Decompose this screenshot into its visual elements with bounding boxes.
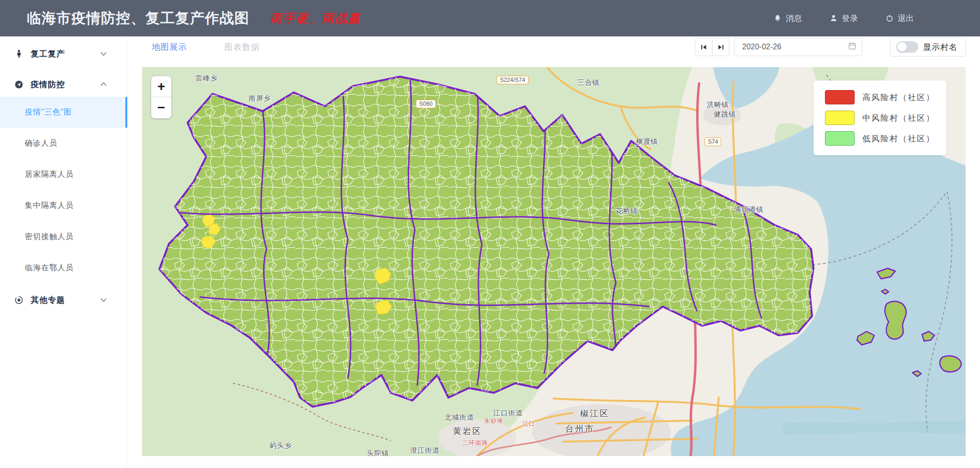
- page-title: 临海市疫情防控、复工复产作战图: [27, 9, 249, 28]
- chevron-up-icon: [100, 82, 107, 88]
- app-header: 临海市疫情防控、复工复产作战图 两手硬、两战赢 消息 登录 退出: [0, 0, 980, 36]
- map-road-label: 朱砂堆: [484, 417, 504, 425]
- map-place-label: 浦坝港镇: [734, 205, 764, 214]
- skip-previous-icon: [700, 44, 707, 51]
- login-label: 登录: [842, 13, 858, 24]
- sidebar-group-label: 疫情防控: [31, 79, 65, 90]
- date-input[interactable]: [735, 38, 862, 56]
- logout-button[interactable]: 退出: [886, 13, 914, 24]
- map-place-label: 雷峰乡: [196, 74, 218, 83]
- sidebar-group-label: 复工复产: [31, 48, 65, 59]
- messages-button[interactable]: 消息: [774, 13, 802, 24]
- high-risk-swatch: [825, 90, 855, 104]
- user-icon: [830, 14, 837, 22]
- show-village-names-toggle[interactable]: 显示村名: [890, 37, 966, 57]
- skip-next-icon: [717, 44, 724, 51]
- map-place-label: 三合镇: [578, 78, 600, 87]
- toggle-label: 显示村名: [923, 42, 958, 53]
- sidebar-item-close-contacts[interactable]: 密切接触人员: [0, 221, 127, 252]
- sidebar-item-three-color-map[interactable]: 疫情"三色"图: [0, 97, 127, 128]
- bell-icon: [774, 14, 781, 22]
- main-content: 地图展示 图表数据: [128, 36, 980, 468]
- map-road-label: 江口: [523, 420, 535, 428]
- toolbar-controls: 显示村名: [695, 37, 966, 57]
- power-icon: [886, 14, 893, 22]
- map-place-label: 健跳镇: [714, 110, 736, 119]
- map-place-label: 北城街道: [445, 413, 474, 422]
- map-zoom-control: + −: [151, 76, 172, 119]
- zoom-in-button[interactable]: +: [151, 76, 171, 97]
- sidebar-group-epidemic-control[interactable]: 疫情防控: [0, 72, 127, 97]
- low-risk-swatch: [825, 131, 855, 146]
- map-place-label: 屿头乡: [270, 441, 292, 450]
- map-place-label: 头陀镇: [367, 449, 390, 457]
- road-shield: S74: [704, 137, 721, 146]
- login-button[interactable]: 登录: [830, 13, 858, 24]
- tab-map-view[interactable]: 地图展示: [152, 41, 187, 53]
- map-place-label: 江口街道: [493, 409, 523, 418]
- worker-icon: [14, 49, 23, 58]
- sidebar: 复工复产 疫情防控 疫情"三色"图 确诊人员 居家隔离人员 集中隔离人员 密切接…: [0, 36, 127, 468]
- map-place-label: 横渡镇: [636, 137, 658, 146]
- sidebar-item-confirmed-cases[interactable]: 确诊人员: [0, 128, 127, 159]
- sidebar-group-resume-work[interactable]: 复工复产: [0, 41, 127, 66]
- legend-row-mid-risk: 中风险村（社区）: [825, 111, 935, 125]
- legend-row-high-risk: 高风险村（社区）: [825, 90, 935, 104]
- road-shield: S060: [416, 100, 436, 108]
- target-icon: [14, 296, 23, 304]
- map-road-label: 二环南路: [462, 439, 488, 447]
- next-day-button[interactable]: [712, 38, 729, 56]
- sidebar-submenu: 疫情"三色"图 确诊人员 居家隔离人员 集中隔离人员 密切接触人员 临海在鄂人员: [0, 97, 127, 284]
- prev-day-button[interactable]: [695, 38, 712, 56]
- risk-legend: 高风险村（社区） 中风险村（社区） 低风险村（社区）: [813, 80, 947, 155]
- navigation-icon: [14, 80, 23, 89]
- risk-map[interactable]: + − 高风险村（社区） 中风险村（社区） 低风险村（社区） 雷: [142, 67, 966, 456]
- tab-chart-data[interactable]: 图表数据: [224, 41, 260, 53]
- mid-risk-swatch: [825, 111, 855, 125]
- sidebar-item-linhai-in-hubei[interactable]: 临海在鄂人员: [0, 252, 127, 284]
- chevron-down-icon: [100, 296, 107, 302]
- date-pager: [695, 38, 729, 56]
- map-place-label: 台州市: [565, 423, 595, 434]
- map-place-label: 洪畴镇: [707, 100, 729, 109]
- header-slogan: 两手硬、两战赢: [270, 11, 361, 26]
- map-place-label: 黄岩区: [453, 425, 482, 437]
- chevron-down-icon: [100, 50, 107, 56]
- map-place-label: 南屏乡: [249, 94, 271, 103]
- zoom-out-button[interactable]: −: [151, 97, 171, 118]
- road-shield: S224/S74: [497, 76, 529, 84]
- map-place-label: 花桥镇: [616, 206, 638, 216]
- calendar-icon: [848, 42, 856, 52]
- toggle-switch-icon[interactable]: [896, 41, 918, 53]
- sidebar-group-label: 其他专题: [31, 295, 65, 306]
- sidebar-item-home-quarantine[interactable]: 居家隔离人员: [0, 159, 127, 190]
- messages-label: 消息: [786, 13, 802, 24]
- topbar: 地图展示 图表数据: [128, 36, 980, 57]
- sidebar-item-central-quarantine[interactable]: 集中隔离人员: [0, 190, 127, 221]
- map-place-label: 澄江街道: [410, 446, 440, 455]
- app-root: 临海市疫情防控、复工复产作战图 两手硬、两战赢 消息 登录 退出: [0, 0, 980, 468]
- date-picker: [734, 38, 862, 56]
- legend-row-low-risk: 低风险村（社区）: [825, 131, 935, 146]
- sidebar-group-other-topics[interactable]: 其他专题: [0, 287, 127, 312]
- logout-label: 退出: [898, 13, 914, 24]
- header-nav: 消息 登录 退出: [774, 13, 914, 24]
- map-place-label: 椒江区: [580, 408, 610, 419]
